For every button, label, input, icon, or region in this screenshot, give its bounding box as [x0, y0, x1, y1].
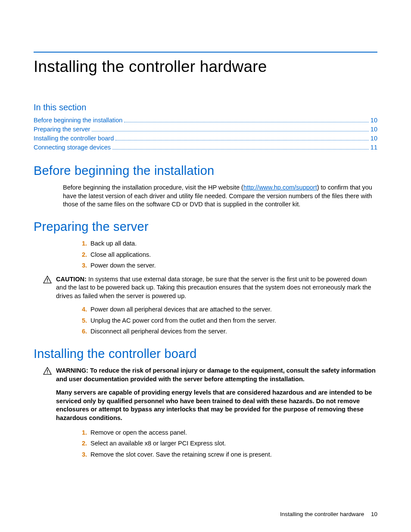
caution-notice: CAUTION: In systems that use external da… [34, 275, 377, 301]
toc-page: 10 [371, 116, 377, 125]
hp-support-link[interactable]: http://www.hp.com/support [243, 184, 317, 191]
toc: Before beginning the installation 10 Pre… [34, 116, 377, 152]
step-text: Power down all peripheral devices that a… [90, 306, 272, 313]
toc-page: 10 [371, 125, 377, 134]
step-text: Remove the slot cover. Save the retainin… [90, 451, 272, 458]
list-item: 4.Power down all peripheral devices that… [78, 305, 377, 314]
section-heading-board: Installing the controller board [34, 345, 377, 362]
toc-label: Installing the controller board [34, 134, 114, 143]
page-footer: Installing the controller hardware 10 [34, 510, 377, 518]
list-item: 6.Disconnect all peripheral devices from… [78, 327, 377, 336]
toc-label: Connecting storage devices [34, 143, 111, 152]
section-heading-preparing: Preparing the server [34, 218, 377, 235]
svg-rect-0 [47, 278, 47, 281]
step-text: Select an available x8 or larger PCI Exp… [90, 440, 226, 447]
footer-text: Installing the controller hardware [280, 511, 364, 517]
step-number: 6. [78, 327, 87, 336]
header-rule [34, 52, 377, 53]
step-number: 2. [78, 251, 87, 259]
toc-label: Preparing the server [34, 125, 90, 134]
step-number: 1. [78, 240, 87, 248]
list-item: 1.Back up all data. [78, 240, 377, 248]
page-title: Installing the controller hardware [34, 56, 377, 78]
section-heading-before: Before beginning the installation [34, 162, 377, 179]
toc-dots [115, 135, 369, 140]
para-prefix: Before beginning the installation proced… [63, 184, 243, 191]
before-paragraph: Before beginning the installation proced… [34, 184, 377, 209]
step-number: 2. [78, 439, 87, 448]
step-text: Disconnect all peripheral devices from t… [90, 328, 227, 335]
svg-rect-2 [47, 370, 47, 372]
step-number: 4. [78, 305, 87, 314]
caution-body: CAUTION: In systems that use external da… [56, 275, 377, 301]
warning-label: WARNING: [56, 367, 88, 374]
step-text: Unplug the AC power cord from the outlet… [90, 317, 276, 324]
toc-dots [92, 126, 368, 131]
list-item: 2.Close all applications. [78, 251, 377, 259]
step-number: 5. [78, 317, 87, 325]
step-text: Back up all data. [90, 240, 137, 247]
step-text: Close all applications. [90, 251, 151, 258]
warning-body: WARNING: To reduce the risk of personal … [56, 367, 377, 383]
step-text: Power down the server. [90, 262, 156, 269]
list-item: 2.Select an available x8 or larger PCI E… [78, 439, 377, 448]
step-number: 3. [78, 261, 87, 270]
toc-page: 10 [371, 134, 377, 143]
toc-dots [112, 144, 369, 149]
list-item: 5.Unplug the AC power cord from the outl… [78, 317, 377, 325]
warning-text: To reduce the risk of personal injury or… [56, 367, 376, 383]
list-item: 3.Power down the server. [78, 261, 377, 270]
svg-rect-3 [47, 373, 47, 373]
warning-notice: WARNING: To reduce the risk of personal … [34, 367, 377, 383]
footer-page-number: 10 [366, 511, 377, 517]
list-item: 3.Remove the slot cover. Save the retain… [78, 451, 377, 459]
toc-label: Before beginning the installation [34, 116, 122, 125]
warning-icon [43, 367, 53, 376]
caution-label: CAUTION: [56, 276, 87, 283]
board-steps: 1.Remove or open the access panel. 2.Sel… [34, 429, 377, 459]
prep-steps-a: 1.Back up all data. 2.Close all applicat… [34, 240, 377, 270]
toc-row[interactable]: Preparing the server 10 [34, 125, 377, 134]
toc-dots [124, 117, 368, 122]
in-this-section-heading: In this section [34, 102, 377, 113]
toc-row[interactable]: Connecting storage devices 11 [34, 143, 377, 152]
svg-rect-1 [47, 281, 47, 282]
caution-text: In systems that use external data storag… [56, 276, 371, 299]
list-item: 1.Remove or open the access panel. [78, 429, 377, 437]
toc-row[interactable]: Before beginning the installation 10 [34, 116, 377, 125]
toc-page: 11 [371, 143, 377, 152]
warning-paragraph: Many servers are capable of providing en… [34, 389, 377, 422]
prep-steps-b: 4.Power down all peripheral devices that… [34, 305, 377, 336]
toc-row[interactable]: Installing the controller board 10 [34, 134, 377, 143]
step-number: 3. [78, 451, 87, 459]
step-text: Remove or open the access panel. [90, 429, 187, 436]
caution-icon [43, 276, 53, 284]
step-number: 1. [78, 429, 87, 437]
